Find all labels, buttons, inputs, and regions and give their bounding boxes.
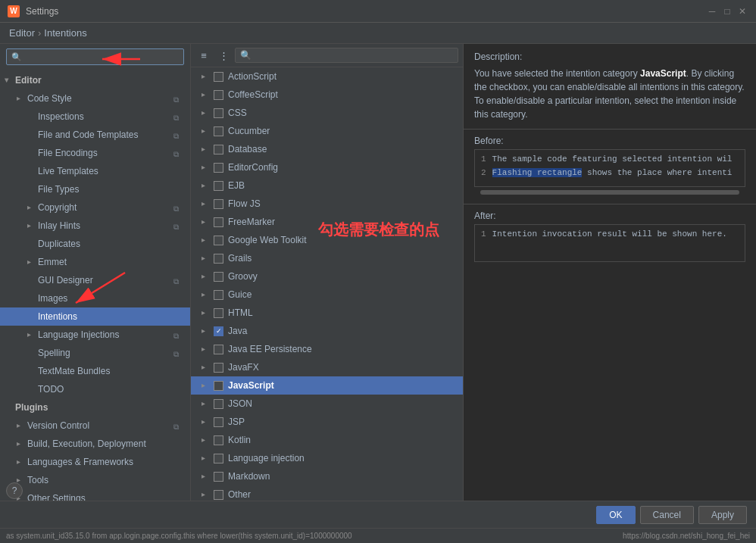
sidebar-item-textmate[interactable]: TextMate Bundles <box>0 362 190 380</box>
sidebar-item-language-injections[interactable]: Language Injections ⧉ <box>0 326 190 344</box>
java-checkbox[interactable] <box>214 326 223 336</box>
sidebar-item-todo[interactable]: TODO <box>0 380 190 398</box>
item-checkbox[interactable] <box>214 163 223 173</box>
item-checkbox[interactable] <box>214 363 223 373</box>
item-checkbox[interactable] <box>214 272 223 282</box>
help-button[interactable]: ? <box>6 482 23 499</box>
item-checkbox[interactable] <box>214 145 223 154</box>
ok-button[interactable]: OK <box>596 506 635 524</box>
item-label: Database <box>228 142 267 156</box>
list-item[interactable]: CoffeeScript <box>191 86 463 104</box>
item-checkbox[interactable] <box>214 199 223 209</box>
item-checkbox[interactable] <box>214 490 223 500</box>
sidebar-item-file-types[interactable]: File Types <box>0 180 190 198</box>
item-checkbox[interactable] <box>214 417 223 427</box>
list-item[interactable]: Database <box>191 140 463 158</box>
tm-label: TextMate Bundles <box>38 364 110 378</box>
list-item[interactable]: Groovy <box>191 267 463 286</box>
sidebar-item-copyright[interactable]: Copyright ⧉ <box>0 198 190 217</box>
sidebar-item-languages-frameworks[interactable]: Languages & Frameworks <box>0 453 190 471</box>
item-checkbox[interactable] <box>214 126 223 136</box>
js-checkbox[interactable] <box>214 381 223 391</box>
item-checkbox[interactable] <box>214 90 223 100</box>
item-arrow <box>201 433 212 447</box>
sidebar-item-file-encodings[interactable]: File Encodings ⧉ <box>0 144 190 162</box>
item-checkbox[interactable] <box>214 72 223 82</box>
sidebar-item-live-templates[interactable]: Live Templates <box>0 162 190 180</box>
item-checkbox[interactable] <box>214 308 223 318</box>
close-button[interactable]: ✕ <box>736 5 748 17</box>
cancel-button[interactable]: Cancel <box>640 506 694 524</box>
list-item[interactable]: JSON <box>191 395 463 413</box>
copy-icon: ⧉ <box>173 93 184 104</box>
ft-label: File Types <box>38 183 79 196</box>
item-checkbox[interactable] <box>214 217 223 227</box>
sidebar-search-box[interactable]: 🔍 <box>6 48 184 65</box>
scroll-indicator[interactable] <box>480 190 739 195</box>
sidebar-item-other-settings[interactable]: Other Settings <box>0 489 190 501</box>
item-checkbox[interactable] <box>214 108 223 118</box>
list-item[interactable]: JavaFX <box>191 358 463 376</box>
item-label: Grails <box>228 251 251 265</box>
sidebar-item-tools[interactable]: Tools <box>0 471 190 489</box>
list-item[interactable]: Java EE Persistence <box>191 340 463 358</box>
item-checkbox[interactable] <box>214 181 223 191</box>
title-bar-controls[interactable]: ─ □ ✕ <box>706 5 748 17</box>
sidebar-item-code-style[interactable]: Code Style ⧉ <box>0 89 190 108</box>
sidebar-item-plugins[interactable]: Plugins <box>0 398 190 417</box>
list-item[interactable]: Markdown <box>191 467 463 485</box>
after-line-num: 1 <box>481 229 486 239</box>
list-item[interactable]: Other <box>191 485 463 501</box>
sidebar-item-duplicates[interactable]: Duplicates <box>0 235 190 253</box>
ih-label: Inlay Hints <box>38 219 80 232</box>
minimize-button[interactable]: ─ <box>706 5 718 17</box>
apply-button[interactable]: Apply <box>698 506 747 524</box>
list-item[interactable]: ActionScript <box>191 67 463 86</box>
breadcrumb-editor[interactable]: Editor <box>9 27 35 39</box>
list-item[interactable]: Language injection <box>191 449 463 467</box>
item-checkbox[interactable] <box>214 435 223 445</box>
maximize-button[interactable]: □ <box>721 5 733 17</box>
item-checkbox[interactable] <box>214 254 223 264</box>
sidebar-item-images[interactable]: Images <box>0 289 190 307</box>
list-item[interactable]: Kotlin <box>191 431 463 449</box>
sidebar-item-inlay-hints[interactable]: Inlay Hints ⧉ <box>0 217 190 235</box>
item-label: FreeMarker <box>228 215 275 229</box>
list-item[interactable]: EJB <box>191 176 463 195</box>
list-item[interactable]: EditorConfig <box>191 158 463 176</box>
expand-all-button[interactable]: ⋮ <box>215 47 232 64</box>
sidebar-item-emmet[interactable]: Emmet <box>0 253 190 271</box>
sidebar-item-build[interactable]: Build, Execution, Deployment <box>0 435 190 453</box>
list-item[interactable]: CSS <box>191 104 463 122</box>
item-checkbox[interactable] <box>214 454 223 463</box>
list-item[interactable]: Cucumber <box>191 122 463 140</box>
item-checkbox[interactable] <box>214 399 223 409</box>
sidebar-item-version-control[interactable]: Version Control ⧉ <box>0 417 190 435</box>
sidebar-item-spelling[interactable]: Spelling ⧉ <box>0 344 190 362</box>
build-arrow <box>17 437 27 451</box>
list-item[interactable]: Guice <box>191 286 463 304</box>
intentions-search-input[interactable] <box>255 50 453 61</box>
intentions-search-box[interactable]: 🔍 <box>235 48 458 63</box>
intentions-toolbar: ≡ ⋮ 🔍 <box>191 44 463 67</box>
sidebar-item-file-code-templates[interactable]: File and Code Templates ⧉ <box>0 126 190 144</box>
sidebar-item-inspections[interactable]: Inspections ⧉ <box>0 108 190 126</box>
javascript-item[interactable]: JavaScript <box>191 376 463 395</box>
list-item[interactable]: Java <box>191 322 463 340</box>
list-item[interactable]: FreeMarker <box>191 213 463 231</box>
list-item[interactable]: Google Web Toolkit <box>191 231 463 249</box>
collapse-all-button[interactable]: ≡ <box>195 47 212 64</box>
sidebar-item-intentions[interactable]: Intentions <box>0 307 190 326</box>
item-checkbox[interactable] <box>214 290 223 300</box>
item-checkbox[interactable] <box>214 236 223 245</box>
item-checkbox[interactable] <box>214 345 223 354</box>
item-arrow <box>201 360 212 374</box>
sidebar-item-editor[interactable]: Editor <box>0 71 190 89</box>
list-item[interactable]: HTML <box>191 304 463 322</box>
list-item[interactable]: Grails <box>191 249 463 267</box>
list-item[interactable]: JSP <box>191 413 463 431</box>
sidebar-item-gui-designer[interactable]: GUI Designer ⧉ <box>0 271 190 289</box>
sidebar-search-input[interactable] <box>25 51 179 62</box>
item-checkbox[interactable] <box>214 472 223 482</box>
list-item[interactable]: Flow JS <box>191 195 463 213</box>
